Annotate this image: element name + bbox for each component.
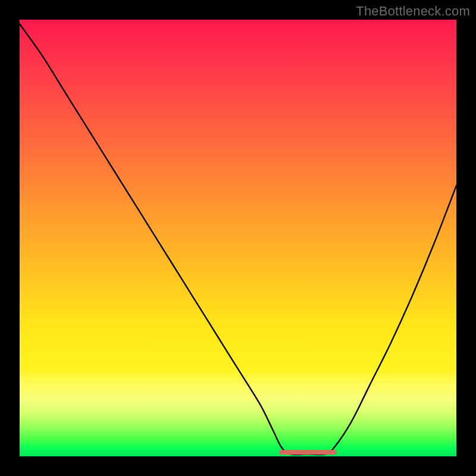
bottleneck-curve xyxy=(20,24,456,455)
watermark-text: TheBottleneck.com xyxy=(356,4,470,19)
chart-frame: TheBottleneck.com xyxy=(0,0,476,476)
plot-area xyxy=(20,20,456,456)
chart-svg xyxy=(20,20,456,456)
